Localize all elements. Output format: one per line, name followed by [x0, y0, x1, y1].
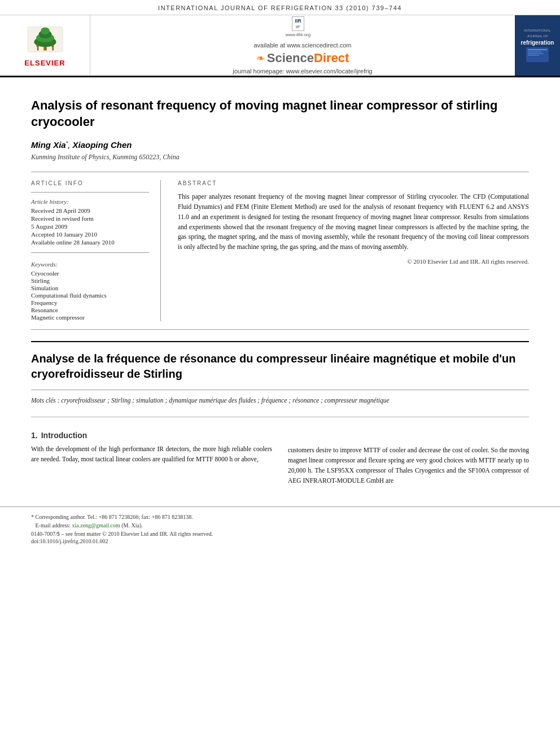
accepted-date: Accepted 10 January 2010 — [31, 231, 149, 238]
journal-header-bar: INTERNATIONAL JOURNAL OF REFRIGERATION 3… — [0, 0, 560, 15]
elsevier-tree-icon — [23, 24, 68, 58]
french-title: Analyse de la fréquence de résonance du … — [31, 351, 529, 382]
footer-doi-text: doi:10.1016/j.ijrefrig.2010.01.002 — [31, 538, 529, 544]
footer-email-link[interactable]: xia.zeng@gmail.com — [72, 522, 120, 528]
french-keywords-label: Mots clés : — [31, 397, 59, 404]
divider-after-affiliation — [31, 172, 529, 172]
intro-section-title: 1.Introduction — [31, 431, 272, 440]
journal-badge: INTERNATIONALJOURNAL OF refrigeration — [521, 28, 554, 46]
svg-rect-12 — [528, 51, 541, 53]
journal-cover-icon — [523, 46, 552, 63]
article-info-column: ARTICLE INFO Article history: Received 2… — [31, 180, 161, 321]
page-wrapper: INTERNATIONAL JOURNAL OF REFRIGERATION 3… — [0, 0, 560, 548]
french-keywords-text: Mots clés : cryorefroidisseur ; Stirling… — [31, 396, 529, 405]
svg-rect-7 — [37, 47, 38, 50]
divider-after-abstract — [31, 329, 529, 330]
divider-french-keywords — [31, 390, 529, 390]
introduction-two-col: 1.Introduction With the development of t… — [31, 425, 529, 486]
svg-rect-9 — [52, 47, 54, 50]
received-date: Received 28 April 2009 — [31, 207, 149, 214]
journal-badge-area: INTERNATIONALJOURNAL OF refrigeration — [515, 15, 560, 76]
available-online-date: Available online 28 January 2010 — [31, 239, 149, 246]
page-footer: * Corresponding author. Tel.: +86 871 72… — [0, 506, 560, 548]
svg-rect-14 — [528, 55, 539, 56]
authors-line: Ming Xia*, Xiaoping Chen — [31, 140, 529, 150]
article-title: Analysis of resonant frequency of moving… — [31, 98, 529, 130]
iir-logo-box: IIR IIF — [292, 16, 304, 32]
elsevier-brand-text: ELSEVIER — [24, 59, 65, 67]
sciencedirect-leaf-icon: ❧ — [256, 52, 265, 64]
article-history-label: Article history: — [31, 198, 149, 205]
abstract-text: This paper analyzes resonant frequency o… — [178, 192, 529, 252]
direct-text: Direct — [314, 51, 349, 65]
svg-point-8 — [51, 45, 54, 47]
available-at-text: available at www.sciencedirect.com — [253, 42, 351, 49]
article-content: Analysis of resonant frequency of moving… — [0, 77, 560, 497]
author-1: Ming Xia*, Xiaoping Chen — [31, 140, 132, 150]
divider-article-info-top — [31, 192, 149, 193]
science-text: Science — [267, 51, 314, 65]
banner-area: ELSEVIER IIR IIF www.iifiir.org availabl… — [0, 15, 560, 77]
intro-right-body-text: customers desire to improve MTTF of cool… — [288, 445, 529, 486]
footer-email-label: E-mail address: — [36, 522, 71, 528]
journal-header-text: INTERNATIONAL JOURNAL OF REFRIGERATION 3… — [158, 5, 402, 11]
affiliation-text: Kunming Institute of Physics, Kunming 65… — [31, 153, 529, 161]
footer-email-name: (M. Xia). — [121, 522, 143, 528]
iifiir-logo-area: IIR IIF www.iifiir.org — [286, 16, 310, 38]
keyword-frequency: Frequency — [31, 299, 149, 306]
intro-section-title-text: Introduction — [41, 431, 88, 440]
journal-homepage-text: journal homepage: www.elsevier.com/locat… — [233, 68, 372, 75]
intro-left-body-text: With the development of the high perform… — [31, 444, 272, 465]
svg-point-6 — [36, 45, 38, 47]
abstract-column: ABSTRACT This paper analyzes resonant fr… — [178, 180, 529, 321]
journal-intl-text: INTERNATIONALJOURNAL OF — [524, 29, 551, 38]
footer-email-line: E-mail address: xia.zeng@gmail.com (M. X… — [31, 521, 529, 530]
svg-rect-13 — [528, 53, 544, 54]
footnote-star-text: * Corresponding author. Tel.: +86 871 72… — [31, 514, 193, 520]
svg-rect-11 — [528, 49, 547, 50]
journal-refrig-text: refrigeration — [521, 39, 554, 46]
revised-form-label: Received in revised form — [31, 215, 149, 222]
divider-keywords-top — [31, 252, 149, 253]
sciencedirect-logo: ❧ ScienceDirect — [256, 51, 349, 65]
keyword-simulation: Simulation — [31, 285, 149, 291]
svg-point-5 — [41, 27, 50, 34]
sciencedirect-text: ScienceDirect — [267, 51, 349, 65]
keyword-cryocooler: Cryocooler — [31, 270, 149, 277]
copyright-text: © 2010 Elsevier Ltd and IIR. All rights … — [178, 258, 529, 265]
introduction-section: 1.Introduction With the development of t… — [31, 417, 529, 486]
french-keywords-values: cryorefroidisseur ; Stirling ; simulatio… — [61, 397, 389, 404]
keyword-cfd: Computational fluid dynamics — [31, 292, 149, 299]
abstract-label: ABSTRACT — [178, 180, 529, 186]
intro-right-col: customers desire to improve MTTF of cool… — [288, 425, 529, 486]
iifiir-url-text: www.iifiir.org — [286, 32, 310, 37]
banner-center: IIR IIF www.iifiir.org available at www.… — [90, 15, 515, 76]
footer-license-text: 0140-7007/$ – see front matter © 2010 El… — [31, 531, 529, 537]
footer-corresponding-author: * Corresponding author. Tel.: +86 871 72… — [31, 513, 529, 521]
elsevier-logo-area: ELSEVIER — [0, 15, 90, 76]
article-info-abstract-section: ARTICLE INFO Article history: Received 2… — [31, 180, 529, 321]
intro-section-number: 1. — [31, 431, 38, 440]
keyword-magnetic: Magnetic compressor — [31, 314, 149, 321]
article-info-label: ARTICLE INFO — [31, 180, 149, 186]
revised-date: 5 August 2009 — [31, 223, 149, 230]
keywords-label: Keywords: — [31, 261, 149, 268]
keyword-resonance: Resonance — [31, 307, 149, 313]
intro-left-col: 1.Introduction With the development of t… — [31, 425, 272, 486]
keyword-stirling: Stirling — [31, 277, 149, 284]
french-section: Analyse de la fréquence de résonance du … — [31, 341, 529, 405]
